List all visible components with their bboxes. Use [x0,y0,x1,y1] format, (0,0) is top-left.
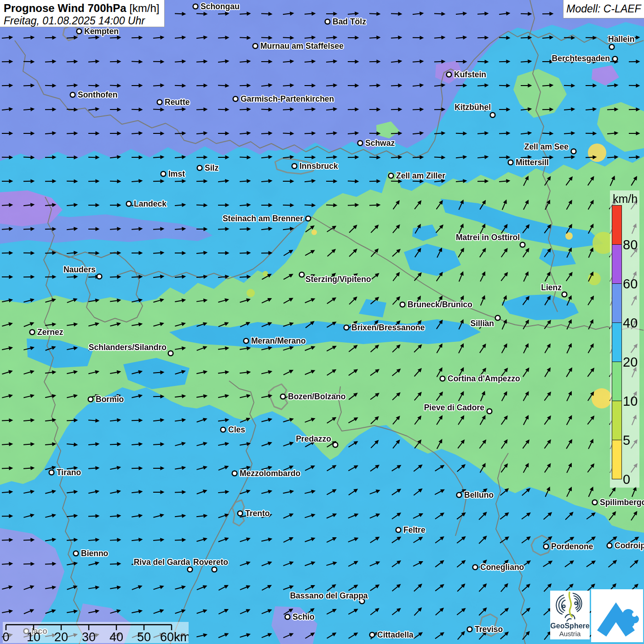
city-marker: Pieve di Cadore [424,403,492,414]
map-title-unit: [km/h] [126,2,160,14]
city-dot [571,149,576,154]
geosphere-name: GeoSphere [550,622,590,630]
city-label: Trento [245,509,270,518]
partner-logo-box [591,589,643,642]
city-label: Treviso [475,625,503,634]
city-label: Meran/Merano [251,336,306,345]
city-dot [490,113,495,118]
city-label: Reutte [165,98,190,107]
city-label: Schwaz [365,138,395,148]
legend-value-label: 80 [623,238,638,252]
city-marker: Mezzolombardo [232,469,301,478]
city-dot [562,292,567,297]
city-label: Bienno [81,549,108,558]
city-marker: Bruneck/Brunico [400,300,472,309]
city-label: Brixen/Bressanone [351,323,425,332]
city-marker: Steinach am Brenner [223,214,310,223]
city-label: Spilimbergo [600,498,644,507]
legend-segment [612,362,622,401]
city-label: Steinach am Brenner [223,214,303,223]
city-dot [306,216,311,221]
scalebar-label: 30 [82,630,96,643]
city-dot [396,528,401,533]
city-dot [97,274,102,279]
city-label: Kempten [84,27,119,36]
city-label: Kitzbühel [454,103,491,112]
map-title: Prognose Wind 700hPa [km/h] [4,2,161,15]
legend-value-label: 40 [623,316,638,330]
model-label: Modell: C-LAEF [566,3,641,15]
city-label: Cittadella [377,630,414,639]
city-dot [440,376,445,381]
city-dot [358,141,363,146]
geosphere-contours-icon [550,591,590,623]
city-dot [253,44,258,49]
city-dot [233,97,238,102]
city-dot [344,325,349,330]
legend-segment [612,440,622,479]
city-dot [613,57,618,62]
city-label: Pieve di Cadore [424,403,485,412]
city-dot [520,242,525,247]
city-marker: Garmisch-Partenkirchen [233,94,334,104]
city-label: Schongau [201,2,240,11]
city-marker: Murnau am Staffelsee [253,41,344,51]
city-marker: Pordenone [544,542,593,551]
city-dot [299,272,305,277]
city-label: Lienz [541,283,562,292]
city-dot [285,615,290,620]
legend-value-label: 10 [623,395,638,408]
city-dot [244,339,249,344]
city-label: Pordenone [551,542,593,551]
city-dot [221,427,226,432]
city-dot [508,160,513,165]
geosphere-country: Austria [550,630,590,638]
city-label: Matrei in Osttirol [456,233,520,242]
city-marker: Bozen/Bolzano [281,392,346,401]
wind-speed-legend: km/h 806040201050 [610,190,639,488]
city-dot [193,4,198,9]
city-marker: Berchtesgaden [552,54,618,63]
city-label: Predazzo [296,434,331,443]
city-label: Zernez [37,328,63,337]
city-dot [70,92,75,98]
city-dot [292,164,297,169]
city-dot [188,567,193,572]
scalebar-label: 40 [109,630,123,643]
legend-color-bar [612,206,622,479]
city-dot [212,567,217,572]
city-dot [238,511,243,516]
city-label: Tirano [57,468,81,477]
model-box: Modell: C-LAEF [563,0,644,18]
city-label: Landeck [134,199,167,208]
city-label: Berchtesgaden [552,54,610,63]
city-dot [333,443,338,448]
city-dot [281,394,286,399]
legend-segment [612,244,622,284]
city-dot [197,166,202,171]
city-label: Bruneck/Brunico [408,300,472,309]
city-label: Bassano del Grappa [290,591,368,600]
city-label: Codroipo [615,541,644,550]
city-marker: Cortina d'Ampezzo [440,374,520,383]
scalebar-label: 60km [160,630,189,643]
city-label: Riva del Garda [134,558,190,567]
city-label: Mittersill [516,158,549,167]
city-label: Conegliano [480,563,524,572]
city-label: Schio [293,612,315,621]
city-label: Belluno [464,490,494,500]
city-label: Zell am See [524,142,569,151]
city-dot [473,565,478,570]
city-dot [168,351,173,356]
geosphere-logo-box: GeoSphere Austria [550,591,590,639]
city-dot [544,544,549,549]
city-dot [161,172,166,177]
legend-value-label: 20 [623,356,638,369]
city-dot [447,72,452,77]
city-marker: Conegliano [473,563,524,572]
city-label: Innsbruck [299,161,338,171]
scalebar-label: 50 [137,630,151,643]
city-dot [88,397,93,402]
city-label: Nauders [63,265,96,274]
city-label: Schlanders/Silandro [89,343,167,352]
